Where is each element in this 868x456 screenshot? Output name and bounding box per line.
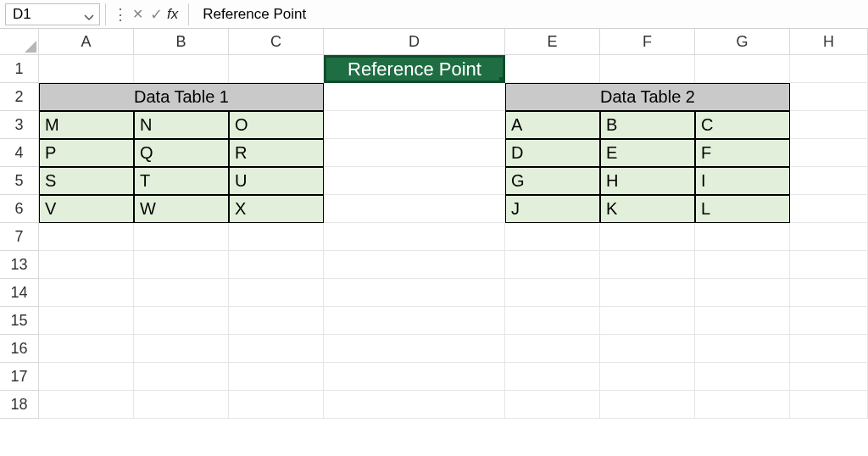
col-header-b[interactable]: B: [134, 29, 229, 54]
cell-h1[interactable]: [790, 55, 868, 83]
cell-c1[interactable]: [229, 55, 324, 83]
cell-h17[interactable]: [790, 363, 868, 391]
more-icon[interactable]: ⋮: [111, 4, 128, 25]
cell-b5[interactable]: T: [134, 167, 229, 195]
row-header-14[interactable]: 14: [0, 279, 39, 307]
cell-a13[interactable]: [39, 251, 134, 279]
confirm-edit-icon[interactable]: ✓: [147, 5, 165, 24]
cell-a14[interactable]: [39, 279, 134, 307]
cell-c18[interactable]: [229, 391, 324, 419]
cell-a5[interactable]: S: [39, 167, 134, 195]
formula-input[interactable]: [194, 3, 868, 25]
row-header-16[interactable]: 16: [0, 335, 39, 363]
cell-f5[interactable]: H: [600, 167, 695, 195]
cell-f7[interactable]: [600, 223, 695, 251]
cell-h4[interactable]: [790, 139, 868, 167]
cell-a15[interactable]: [39, 307, 134, 335]
cell-c3[interactable]: O: [229, 111, 324, 139]
cell-e13[interactable]: [505, 251, 600, 279]
cell-c6[interactable]: X: [229, 195, 324, 223]
cell-d16[interactable]: [324, 335, 505, 363]
cell-a3[interactable]: M: [39, 111, 134, 139]
cell-b15[interactable]: [134, 307, 229, 335]
fx-label[interactable]: fx: [165, 6, 183, 23]
cell-f16[interactable]: [600, 335, 695, 363]
row-header-18[interactable]: 18: [0, 391, 39, 419]
row-header-7[interactable]: 7: [0, 223, 39, 251]
cell-b1[interactable]: [134, 55, 229, 83]
cell-f14[interactable]: [600, 279, 695, 307]
select-all-triangle[interactable]: [0, 29, 39, 54]
cell-e7[interactable]: [505, 223, 600, 251]
cell-g13[interactable]: [695, 251, 790, 279]
cell-b3[interactable]: N: [134, 111, 229, 139]
cell-a4[interactable]: P: [39, 139, 134, 167]
cell-f15[interactable]: [600, 307, 695, 335]
cell-g5[interactable]: I: [695, 167, 790, 195]
cell-d4[interactable]: [324, 139, 505, 167]
cell-c15[interactable]: [229, 307, 324, 335]
cell-f4[interactable]: E: [600, 139, 695, 167]
cell-d18[interactable]: [324, 391, 505, 419]
cell-b16[interactable]: [134, 335, 229, 363]
cell-f18[interactable]: [600, 391, 695, 419]
row-header-6[interactable]: 6: [0, 195, 39, 223]
cell-b13[interactable]: [134, 251, 229, 279]
cell-g18[interactable]: [695, 391, 790, 419]
cell-g4[interactable]: F: [695, 139, 790, 167]
cell-c13[interactable]: [229, 251, 324, 279]
cell-f3[interactable]: B: [600, 111, 695, 139]
cell-e5[interactable]: G: [505, 167, 600, 195]
name-box[interactable]: D1: [5, 3, 100, 25]
cell-d15[interactable]: [324, 307, 505, 335]
cell-a1[interactable]: [39, 55, 134, 83]
cell-b14[interactable]: [134, 279, 229, 307]
cell-a7[interactable]: [39, 223, 134, 251]
cell-c5[interactable]: U: [229, 167, 324, 195]
cell-g17[interactable]: [695, 363, 790, 391]
cell-e15[interactable]: [505, 307, 600, 335]
cell-e18[interactable]: [505, 391, 600, 419]
cell-c4[interactable]: R: [229, 139, 324, 167]
cell-g7[interactable]: [695, 223, 790, 251]
cell-g3[interactable]: C: [695, 111, 790, 139]
cell-h2[interactable]: [790, 83, 868, 111]
cell-b4[interactable]: Q: [134, 139, 229, 167]
cell-c14[interactable]: [229, 279, 324, 307]
col-header-a[interactable]: A: [39, 29, 134, 54]
cell-d6[interactable]: [324, 195, 505, 223]
table1-header[interactable]: Data Table 1: [39, 83, 324, 111]
cell-f1[interactable]: [600, 55, 695, 83]
col-header-d[interactable]: D: [324, 29, 505, 54]
cell-d2[interactable]: [324, 83, 505, 111]
col-header-f[interactable]: F: [600, 29, 695, 54]
cell-d7[interactable]: [324, 223, 505, 251]
cell-c7[interactable]: [229, 223, 324, 251]
row-header-3[interactable]: 3: [0, 111, 39, 139]
cell-b7[interactable]: [134, 223, 229, 251]
cancel-edit-icon[interactable]: ✕: [128, 6, 147, 22]
cell-e16[interactable]: [505, 335, 600, 363]
cell-g1[interactable]: [695, 55, 790, 83]
cell-h14[interactable]: [790, 279, 868, 307]
cell-d5[interactable]: [324, 167, 505, 195]
cell-h3[interactable]: [790, 111, 868, 139]
cell-h7[interactable]: [790, 223, 868, 251]
cell-e3[interactable]: A: [505, 111, 600, 139]
cell-g16[interactable]: [695, 335, 790, 363]
row-header-4[interactable]: 4: [0, 139, 39, 167]
cell-h18[interactable]: [790, 391, 868, 419]
cell-d17[interactable]: [324, 363, 505, 391]
chevron-down-icon[interactable]: [84, 10, 94, 27]
col-header-c[interactable]: C: [229, 29, 324, 54]
cell-e6[interactable]: J: [505, 195, 600, 223]
table2-header[interactable]: Data Table 2: [505, 83, 790, 111]
cell-g14[interactable]: [695, 279, 790, 307]
cell-e4[interactable]: D: [505, 139, 600, 167]
row-header-15[interactable]: 15: [0, 307, 39, 335]
cell-f6[interactable]: K: [600, 195, 695, 223]
cell-b18[interactable]: [134, 391, 229, 419]
col-header-g[interactable]: G: [695, 29, 790, 54]
cell-f17[interactable]: [600, 363, 695, 391]
worksheet[interactable]: A B C D E F G H 1 Reference Point 2 Data…: [0, 29, 868, 419]
